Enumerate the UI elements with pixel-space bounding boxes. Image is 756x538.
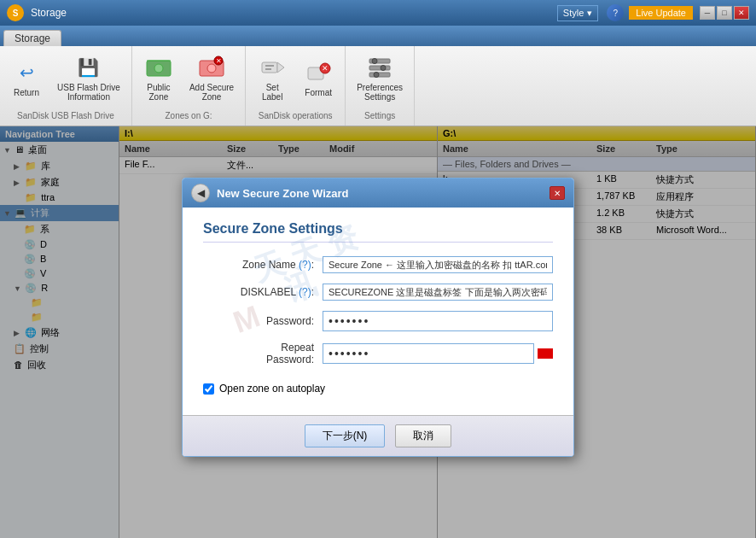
zone-name-input[interactable]: [323, 256, 553, 273]
repeat-password-label: RepeatPassword:: [203, 342, 323, 365]
toolbar-group-sandisk: ↩ Return 💾 USB Flash DriveInformation Sa…: [0, 46, 132, 126]
preferences-icon: [366, 54, 393, 81]
toolbar-group-settings: PreferencesSettings Settings: [346, 46, 415, 126]
svg-point-17: [372, 59, 377, 64]
add-secure-button[interactable]: ✕ Add SecureZone: [183, 50, 240, 106]
return-label: Return: [14, 88, 39, 97]
password-label: Password:: [203, 315, 323, 327]
dialog-footer: 下一步(N) 取消: [183, 415, 573, 456]
dialog-title: New Secure Zone Wizard: [217, 187, 550, 200]
return-icon: ↩: [13, 59, 40, 86]
form-row-repeat-password: RepeatPassword:: [203, 342, 553, 365]
close-button[interactable]: ✕: [734, 6, 749, 20]
public-zone-button[interactable]: PublicZone: [137, 50, 180, 106]
svg-rect-16: [369, 73, 390, 77]
set-label-icon: [259, 54, 286, 81]
live-update-button[interactable]: Live Update: [629, 6, 693, 20]
app-logo: S: [7, 4, 24, 21]
dialog-close-button[interactable]: ✕: [550, 186, 565, 200]
minimize-button[interactable]: ─: [700, 6, 715, 20]
public-zone-label: PublicZone: [147, 83, 170, 102]
zone-name-label: Zone Name (?):: [203, 259, 323, 271]
toolbar-group-label-2: Zones on G:: [166, 109, 212, 122]
set-label-button[interactable]: SetLabel: [251, 50, 294, 106]
disklabel-label: DISKLABEL (?):: [203, 286, 323, 298]
toolbar-group-label-1: SanDisk USB Flash Drive: [17, 109, 114, 122]
toolbar-group-buttons-4: PreferencesSettings: [351, 50, 409, 106]
format-button[interactable]: ✕ Format: [297, 55, 340, 102]
toolbar-group-ops: SetLabel ✕ Format SanDisk operations: [246, 46, 346, 126]
svg-point-1: [154, 64, 163, 73]
return-button[interactable]: ↩ Return: [5, 55, 48, 102]
tab-storage[interactable]: Storage: [3, 30, 61, 46]
main-content: Navigation Tree ▼ 🖥 桌面 ▶ 📁 库 ▶ 📁 家庭 📁 tt…: [0, 126, 756, 538]
toolbar-group-zones: PublicZone ✕ Add SecureZone Zones on G:: [132, 46, 246, 126]
usb-label: USB Flash DriveInformation: [57, 83, 120, 102]
autoplay-label[interactable]: Open zone on autoplay: [219, 383, 325, 395]
autoplay-checkbox[interactable]: [203, 383, 214, 395]
toolbar-group-label-3: SanDisk operations: [259, 109, 333, 122]
dialog-body: 天 天 资 讯 M Secure Zone Settings Zone Name…: [183, 208, 573, 415]
svg-point-18: [381, 66, 386, 71]
public-zone-icon: [145, 54, 172, 81]
disklabel-input[interactable]: [323, 284, 553, 301]
add-secure-label: Add SecureZone: [189, 83, 234, 102]
toolbar-group-buttons-3: SetLabel ✕ Format: [251, 50, 340, 106]
svg-text:✕: ✕: [216, 57, 222, 65]
usb-icon: 💾: [75, 54, 102, 81]
next-button[interactable]: 下一步(N): [305, 424, 386, 447]
maximize-button[interactable]: □: [717, 6, 732, 20]
form-row-password: Password:: [203, 311, 553, 331]
toolbar-group-buttons-1: ↩ Return 💾 USB Flash DriveInformation: [5, 50, 126, 106]
svg-rect-7: [262, 62, 277, 73]
preferences-button[interactable]: PreferencesSettings: [351, 50, 409, 106]
add-secure-icon: ✕: [198, 54, 225, 81]
toolbar-group-label-4: Settings: [364, 109, 395, 122]
help-icon[interactable]: ?: [607, 4, 624, 21]
svg-rect-15: [369, 66, 390, 70]
preferences-label: PreferencesSettings: [357, 83, 403, 102]
toolbar: ↩ Return 💾 USB Flash DriveInformation Sa…: [0, 46, 756, 126]
format-label: Format: [305, 88, 332, 97]
secure-zone-dialog: ◀ New Secure Zone Wizard ✕ 天 天 资 讯 M Sec…: [182, 178, 574, 457]
cancel-button[interactable]: 取消: [395, 424, 451, 447]
style-button[interactable]: Style ▾: [557, 5, 598, 21]
window-controls: ─ □ ✕: [700, 6, 749, 20]
flag-icon: [538, 348, 553, 359]
svg-marker-8: [277, 62, 284, 73]
tab-bar: Storage: [0, 26, 756, 46]
svg-point-19: [374, 73, 379, 78]
repeat-password-input[interactable]: [323, 343, 534, 364]
dialog-section-title: Secure Zone Settings: [203, 221, 553, 243]
set-label-label: SetLabel: [262, 83, 282, 102]
format-icon: ✕: [305, 59, 332, 86]
svg-text:✕: ✕: [322, 64, 329, 73]
toolbar-group-buttons-2: PublicZone ✕ Add SecureZone: [137, 50, 240, 106]
dialog-title-bar: ◀ New Secure Zone Wizard ✕: [183, 178, 573, 208]
autoplay-checkbox-row: Open zone on autoplay: [203, 376, 553, 401]
dialog-overlay: ◀ New Secure Zone Wizard ✕ 天 天 资 讯 M Sec…: [0, 126, 756, 538]
dialog-back-button[interactable]: ◀: [191, 184, 210, 202]
form-row-zone-name: Zone Name (?):: [203, 256, 553, 273]
password-input[interactable]: [323, 311, 553, 331]
form-row-disklabel: DISKLABEL (?):: [203, 284, 553, 301]
window-title: Storage: [31, 7, 557, 19]
svg-point-4: [207, 64, 216, 73]
usb-info-button[interactable]: 💾 USB Flash DriveInformation: [51, 50, 126, 106]
title-bar: S Storage Style ▾ ? Live Update ─ □ ✕: [0, 0, 756, 26]
